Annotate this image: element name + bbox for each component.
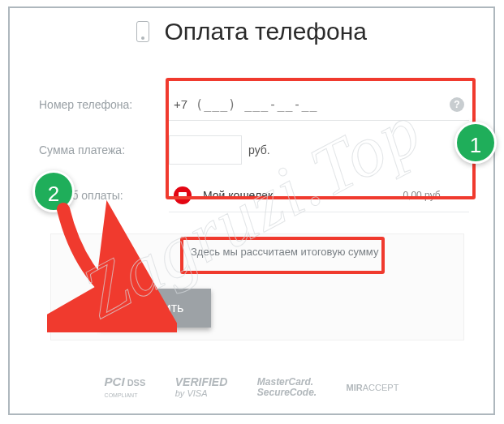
badge-verified-by-visa: VERIFIED by VISA bbox=[175, 376, 228, 398]
phone-mask: (___) ___-__-__ bbox=[196, 97, 317, 112]
pci-a: PCI bbox=[105, 375, 125, 389]
page-title: Оплата телефона bbox=[165, 18, 367, 45]
payment-form: Номер телефона: +7 (___) ___-__-__ ? Сум… bbox=[39, 86, 469, 222]
pay-button-label: Оплатить bbox=[127, 301, 184, 315]
pci-c: COMPLIANT bbox=[105, 392, 138, 398]
mir-a: MIR bbox=[347, 383, 363, 392]
title-row: Оплата телефона bbox=[10, 18, 493, 45]
mc-b: SecureCode. bbox=[257, 387, 317, 398]
phone-input[interactable]: +7 (___) ___-__-__ ? bbox=[169, 88, 469, 121]
phone-prefix: +7 bbox=[174, 97, 187, 111]
wallet-icon bbox=[174, 186, 192, 204]
mir-b: ACCEPT bbox=[363, 383, 399, 392]
chevron-down-icon: ⌄ bbox=[454, 189, 464, 202]
wallet-balance: 0,00 руб. bbox=[403, 190, 443, 201]
step-badge-1: 1 bbox=[454, 122, 497, 164]
calc-message: Здесь мы рассчитаем итоговую сумму bbox=[191, 246, 378, 258]
row-phone: Номер телефона: +7 (___) ___-__-__ ? bbox=[39, 86, 469, 123]
amount-input[interactable] bbox=[169, 135, 242, 165]
label-phone: Номер телефона: bbox=[39, 98, 169, 111]
badge-pci-dss: PCI DSS COMPLIANT bbox=[105, 375, 146, 399]
pci-b: DSS bbox=[127, 378, 146, 388]
pay-button[interactable]: Оплатить bbox=[99, 289, 211, 328]
wallet-name: Мой кошелек bbox=[203, 189, 273, 202]
badge-mir-accept: MIRACCEPT bbox=[347, 383, 399, 392]
vbv-a: VERIFIED bbox=[175, 375, 228, 388]
phone-icon bbox=[136, 21, 149, 42]
row-method: Способ оплаты: Мой кошелек 0,00 руб. ⌄ bbox=[39, 177, 469, 214]
currency-label: руб. bbox=[248, 143, 270, 156]
mc-a: MasterCard. bbox=[257, 376, 313, 388]
badge-mastercard-securecode: MasterCard. SecureCode. bbox=[257, 377, 317, 398]
payment-method-select[interactable]: Мой кошелек 0,00 руб. ⌄ bbox=[169, 178, 469, 212]
footer-badges: PCI DSS COMPLIANT VERIFIED by VISA Maste… bbox=[10, 375, 493, 399]
page-frame: Оплата телефона Номер телефона: +7 (___)… bbox=[8, 6, 495, 415]
help-icon[interactable]: ? bbox=[450, 97, 464, 112]
row-amount: Сумма платежа: руб. bbox=[39, 131, 469, 169]
label-amount: Сумма платежа: bbox=[39, 143, 169, 156]
vbv-b: by VISA bbox=[175, 388, 208, 398]
step-badge-2: 2 bbox=[32, 170, 75, 212]
